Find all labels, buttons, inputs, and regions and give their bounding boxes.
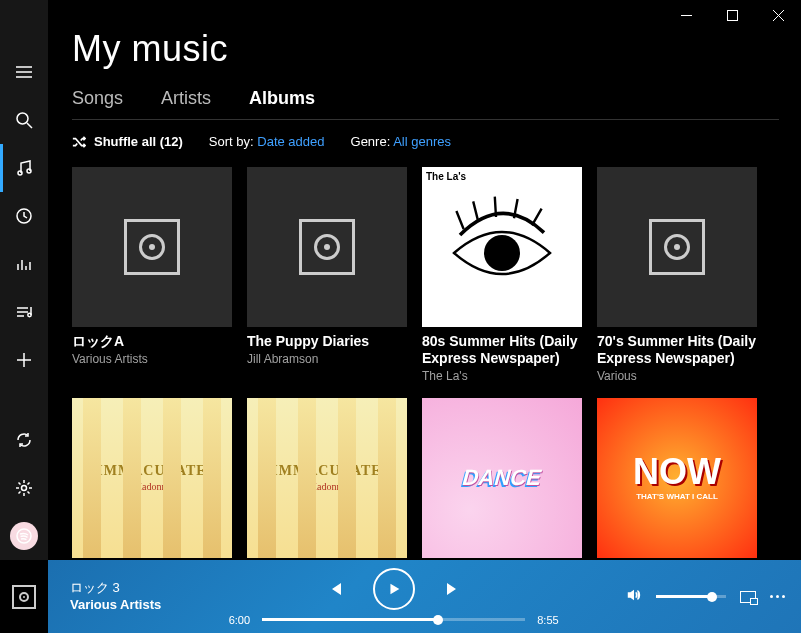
volume-icon xyxy=(626,587,642,603)
albums-toolbar: Shuffle all (12) Sort by: Date added Gen… xyxy=(72,134,779,149)
album-card[interactable]: IMMACULATE Madonna xyxy=(247,398,407,558)
album-artist: Jill Abramson xyxy=(247,352,407,366)
svg-point-4 xyxy=(28,313,31,316)
albums-grid: ロックA Various Artists The Puppy Diaries J… xyxy=(72,167,779,558)
play-icon xyxy=(386,581,402,597)
hamburger-icon xyxy=(15,63,33,81)
tabs: Songs Artists Albums xyxy=(72,88,779,120)
sidebar-now-playing[interactable] xyxy=(0,240,48,288)
cover-art-text: DANCE xyxy=(459,465,544,491)
album-card[interactable]: IMMACULATE Madonna xyxy=(72,398,232,558)
genre-label: Genre: xyxy=(351,134,391,149)
svg-point-0 xyxy=(17,113,28,124)
album-title: 80s Summer Hits (Daily Express Newspaper… xyxy=(422,333,582,367)
album-cover: The La's xyxy=(422,167,582,327)
player-bar: ロック 3 Various Artists 6:00 8:55 xyxy=(48,560,801,633)
previous-track-button[interactable] xyxy=(325,579,345,599)
sidebar-my-music[interactable] xyxy=(0,144,48,192)
playlist-icon xyxy=(15,303,33,321)
shuffle-icon xyxy=(72,135,86,149)
album-card[interactable]: 70's Summer Hits (Daily Express Newspape… xyxy=(597,167,757,383)
search-icon xyxy=(15,111,33,129)
album-title: 70's Summer Hits (Daily Express Newspape… xyxy=(597,333,757,367)
sidebar-account[interactable] xyxy=(0,512,48,560)
sidebar xyxy=(0,0,48,560)
previous-icon xyxy=(326,580,344,598)
gear-icon xyxy=(15,479,33,497)
player-right-controls xyxy=(626,587,785,607)
play-button[interactable] xyxy=(373,568,415,610)
main-content: My music Songs Artists Albums Shuffle al… xyxy=(48,0,801,560)
clock-icon xyxy=(15,207,33,225)
genre-value[interactable]: All genres xyxy=(393,134,451,149)
more-options-button[interactable] xyxy=(770,595,785,598)
refresh-icon xyxy=(15,431,33,449)
equalizer-icon xyxy=(15,255,33,273)
sort-by-group: Sort by: Date added xyxy=(209,134,325,149)
next-track-button[interactable] xyxy=(443,579,463,599)
account-avatar xyxy=(10,522,38,550)
album-cover: IMMACULATE Madonna xyxy=(72,398,232,558)
plus-icon xyxy=(15,351,33,369)
music-note-icon xyxy=(15,159,33,177)
album-card[interactable]: The La's 80s Summer Hits (Daily Express … xyxy=(422,167,582,383)
progress-row: 6:00 8:55 xyxy=(229,614,559,626)
shuffle-all-button[interactable]: Shuffle all (12) xyxy=(72,134,183,149)
search-button[interactable] xyxy=(0,96,48,144)
album-cover xyxy=(72,167,232,327)
elapsed-time: 6:00 xyxy=(229,614,250,626)
cover-art-text: NOW xyxy=(633,451,721,492)
hamburger-menu-button[interactable] xyxy=(0,48,48,96)
album-artist: The La's xyxy=(422,369,582,383)
album-card[interactable]: The Puppy Diaries Jill Abramson xyxy=(247,167,407,383)
svg-point-1 xyxy=(18,171,22,175)
next-icon xyxy=(444,580,462,598)
spotify-icon xyxy=(15,527,33,545)
album-card[interactable]: ロックA Various Artists xyxy=(72,167,232,383)
volume-button[interactable] xyxy=(626,587,642,607)
tab-songs[interactable]: Songs xyxy=(72,88,123,109)
svg-point-2 xyxy=(27,169,31,173)
eye-art-icon xyxy=(442,187,562,307)
album-title: ロックA xyxy=(72,333,232,350)
sidebar-new-playlist[interactable] xyxy=(0,336,48,384)
sidebar-settings[interactable] xyxy=(0,464,48,512)
album-cover xyxy=(597,167,757,327)
seek-slider[interactable] xyxy=(262,618,525,621)
now-playing-title: ロック 3 xyxy=(70,580,161,597)
album-cover: DANCE xyxy=(422,398,582,558)
sidebar-refresh[interactable] xyxy=(0,416,48,464)
volume-slider[interactable] xyxy=(656,595,726,598)
album-card[interactable]: DANCE xyxy=(422,398,582,558)
sort-by-label: Sort by: xyxy=(209,134,254,149)
album-cover xyxy=(247,167,407,327)
genre-group: Genre: All genres xyxy=(351,134,451,149)
sort-by-value[interactable]: Date added xyxy=(257,134,324,149)
mini-player-button[interactable] xyxy=(740,591,756,603)
page-title: My music xyxy=(72,28,779,70)
svg-point-8 xyxy=(484,235,520,271)
sidebar-recent[interactable] xyxy=(0,192,48,240)
album-card[interactable]: NOW THAT'S WHAT I CALL xyxy=(597,398,757,558)
shuffle-all-label: Shuffle all (12) xyxy=(94,134,183,149)
album-cover: NOW THAT'S WHAT I CALL xyxy=(597,398,757,558)
album-title: The Puppy Diaries xyxy=(247,333,407,350)
album-cover-label: The La's xyxy=(426,171,466,182)
tab-albums[interactable]: Albums xyxy=(249,88,315,109)
total-time: 8:55 xyxy=(537,614,558,626)
sidebar-playlists[interactable] xyxy=(0,288,48,336)
album-cover: IMMACULATE Madonna xyxy=(247,398,407,558)
album-artist: Various xyxy=(597,369,757,383)
now-playing-info[interactable]: ロック 3 Various Artists xyxy=(70,580,161,614)
tab-artists[interactable]: Artists xyxy=(161,88,211,109)
now-playing-artist: Various Artists xyxy=(70,597,161,614)
cover-art-subtext: THAT'S WHAT I CALL xyxy=(633,492,721,501)
playback-controls: 6:00 8:55 xyxy=(161,568,626,626)
now-playing-thumbnail[interactable] xyxy=(0,560,48,633)
svg-point-5 xyxy=(22,486,27,491)
album-artist: Various Artists xyxy=(72,352,232,366)
